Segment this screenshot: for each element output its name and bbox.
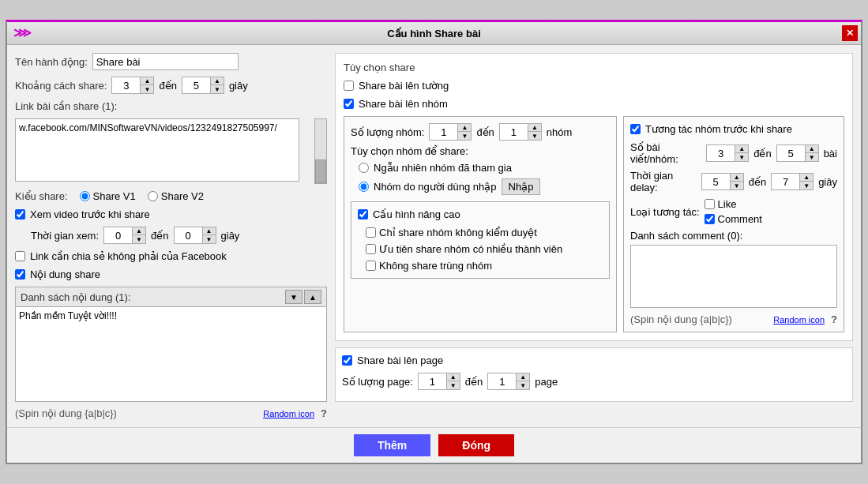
share-tuong-checkbox[interactable] — [344, 81, 354, 91]
spacing-to-up[interactable]: ▲ — [211, 77, 224, 85]
delay-to-up[interactable]: ▲ — [800, 174, 813, 182]
comment-checkbox[interactable] — [705, 214, 715, 224]
kieu-share-label: Kiểu share: — [15, 190, 68, 202]
share-nhom-checkbox[interactable] — [344, 99, 354, 109]
link-textarea[interactable]: w.facebook.com/MINSoftwareVN/videos/1232… — [15, 118, 299, 182]
thoi-gian-to-down[interactable]: ▼ — [203, 235, 216, 243]
delay-from-down[interactable]: ▼ — [731, 182, 743, 189]
link-chia-se-checkbox[interactable] — [15, 251, 25, 261]
page-to-up[interactable]: ▲ — [517, 373, 529, 381]
delay-to-down[interactable]: ▼ — [800, 182, 813, 189]
thoi-gian-from-input[interactable]: ▲ ▼ — [103, 227, 146, 244]
thoi-gian-to-up[interactable]: ▲ — [203, 227, 216, 235]
noi-dung-checkbox[interactable] — [15, 269, 25, 280]
nhom-to-down[interactable]: ▼ — [528, 132, 541, 140]
like-row: Like — [705, 198, 762, 210]
them-button[interactable]: Thêm — [354, 434, 430, 456]
dong-button[interactable]: Đóng — [438, 434, 514, 456]
delay-from[interactable]: ▲ ▼ — [701, 173, 744, 190]
bai-viet-to-up[interactable]: ▲ — [806, 145, 818, 153]
thoi-gian-delay-row: Thời gian delay: ▲ ▼ đến — [630, 170, 837, 193]
thoi-gian-to-label: đến — [151, 230, 168, 242]
so-bai-viet-from[interactable]: ▲ ▼ — [706, 144, 749, 162]
random-icon-right[interactable]: Random icon — [773, 315, 825, 325]
bai-viet-to-down[interactable]: ▼ — [806, 153, 818, 161]
share-v1-radio[interactable] — [80, 191, 90, 201]
spacing-to-down[interactable]: ▼ — [211, 85, 224, 93]
share-nhom-row: Share bài lên nhóm — [344, 98, 844, 110]
bai-viet-from-down[interactable]: ▼ — [735, 153, 748, 161]
delay-from-up[interactable]: ▲ — [731, 174, 743, 182]
delay-to[interactable]: ▲ ▼ — [771, 173, 814, 190]
close-button[interactable]: ✕ — [842, 25, 858, 41]
nhom-sections: Số lượng nhóm: ▲ ▼ đến — [344, 116, 844, 332]
chi-share-checkbox[interactable] — [366, 227, 376, 238]
so-bai-viet-to[interactable]: ▲ ▼ — [776, 144, 819, 162]
danh-sach-comment-section: Danh sách comment (0): (Spin nội dung {a… — [630, 230, 837, 325]
action-input[interactable] — [92, 53, 239, 70]
like-checkbox[interactable] — [705, 199, 715, 209]
content-textarea[interactable]: Phần mềm Tuyệt vời!!!! — [15, 307, 327, 402]
link-chia-se-label: Link cần chia sẻ không phải của Facebook — [30, 250, 227, 262]
share-v2-label: Share V2 — [161, 190, 204, 202]
page-to[interactable]: ▲ ▼ — [487, 373, 530, 390]
page-from-up[interactable]: ▲ — [447, 373, 460, 381]
nhom-nguoi-dung-option[interactable]: Nhóm do người dùng nhập Nhập — [359, 178, 610, 195]
khong-share-checkbox[interactable] — [366, 261, 376, 271]
so-luong-nhom-to[interactable]: ▲ ▼ — [499, 123, 542, 141]
content-arrow-down[interactable]: ▼ — [285, 290, 302, 304]
loai-tuong-tac-row: Loại tương tác: Like Comment — [630, 198, 837, 225]
page-from-down[interactable]: ▼ — [447, 381, 460, 389]
random-nhom-radio[interactable] — [359, 163, 369, 173]
spacing-to-input[interactable]: ▲ ▼ — [182, 77, 224, 94]
uu-tien-row: Ưu tiên share nhóm có nhiều thành viên — [366, 243, 603, 255]
share-v1-option[interactable]: Share V1 — [80, 190, 136, 202]
nhom-from-down[interactable]: ▼ — [458, 132, 471, 140]
question-left[interactable]: ? — [321, 407, 327, 419]
spacing-from-up[interactable]: ▲ — [141, 77, 153, 85]
action-row: Tên hành động: — [15, 53, 327, 70]
spacing-row: Khoảng cách share: ▲ ▼ đến ▲ ▼ giâ — [15, 77, 327, 94]
right-panel: Tùy chọn share Share bài lên tường Share… — [335, 53, 853, 419]
uu-tien-checkbox[interactable] — [366, 244, 376, 254]
nhom-to-up[interactable]: ▲ — [528, 124, 541, 132]
bai-viet-from-up[interactable]: ▲ — [735, 145, 748, 153]
bai-viet-unit: bài — [824, 148, 837, 159]
share-page-checkbox[interactable] — [342, 355, 352, 366]
share-v2-radio[interactable] — [148, 191, 158, 201]
tuong-tac-row: Tương tác nhóm trước khi share — [630, 123, 837, 135]
delay-to-text: đến — [749, 176, 766, 188]
page-from[interactable]: ▲ ▼ — [418, 373, 460, 390]
delay-unit: giây — [818, 176, 837, 188]
spacing-from-input[interactable]: ▲ ▼ — [111, 77, 154, 94]
thoi-gian-from-down[interactable]: ▼ — [133, 235, 145, 243]
nhom-nguoi-dung-radio[interactable] — [359, 182, 369, 192]
share-page-row: Share bài lên page — [342, 355, 846, 366]
comment-textarea[interactable] — [630, 245, 837, 308]
page-to-down[interactable]: ▼ — [517, 381, 529, 389]
tuong-tac-label: Tương tác nhóm trước khi share — [645, 123, 792, 135]
dialog-header: ⋙ Cấu hình Share bài ✕ — [7, 22, 861, 45]
nhap-button[interactable]: Nhập — [502, 178, 541, 195]
nhom-from-up[interactable]: ▲ — [458, 124, 471, 132]
so-luong-nhom-from[interactable]: ▲ ▼ — [429, 123, 472, 141]
xem-video-checkbox[interactable] — [15, 209, 25, 219]
so-luong-nhom-row: Số lượng nhóm: ▲ ▼ đến — [351, 123, 610, 141]
tuong-tac-checkbox[interactable] — [630, 124, 641, 134]
share-v2-option[interactable]: Share V2 — [148, 190, 204, 202]
thoi-gian-to-input[interactable]: ▲ ▼ — [174, 227, 216, 244]
tuy-chon-nhom-label-row: Tùy chọn nhóm để share: — [351, 145, 610, 157]
random-nhom-option[interactable]: Ngẫu nhiên nhóm đã tham gia — [359, 162, 610, 174]
khong-share-label: Không share trùng nhóm — [379, 260, 492, 272]
question-right[interactable]: ? — [831, 313, 837, 325]
random-icon-left[interactable]: Random icon — [263, 409, 314, 418]
share-tuong-row: Share bài lên tường — [344, 80, 844, 92]
link-area-wrap: w.facebook.com/MINSoftwareVN/videos/1232… — [15, 118, 327, 184]
link-label-row: Link bài cần share (1): — [15, 100, 327, 112]
spacing-from-down[interactable]: ▼ — [141, 85, 153, 93]
link-scrollbar[interactable] — [314, 118, 327, 184]
content-arrow-up[interactable]: ▲ — [304, 290, 321, 304]
xem-video-row: Xem video trước khi share — [15, 208, 327, 220]
cau-hinh-nang-cao-checkbox[interactable] — [358, 209, 368, 219]
thoi-gian-from-up[interactable]: ▲ — [133, 227, 145, 235]
